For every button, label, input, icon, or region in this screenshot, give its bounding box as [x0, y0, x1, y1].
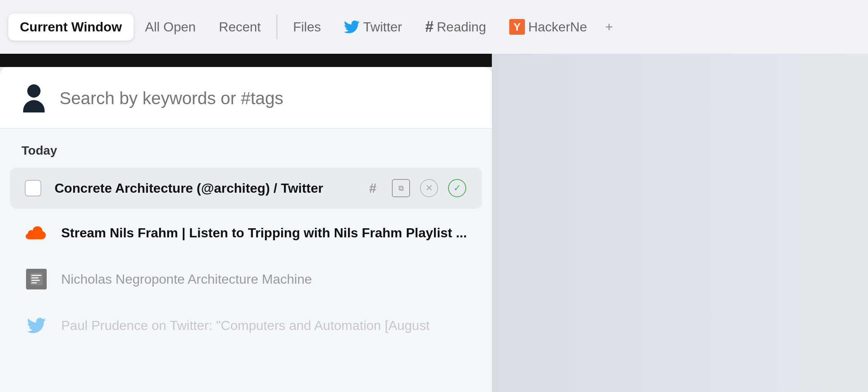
section-today-label: Today	[21, 143, 57, 157]
list-item[interactable]: Concrete Architecture (@architeg) / Twit…	[10, 167, 482, 209]
tab-reading-label: Reading	[437, 19, 486, 35]
soundcloud-icon	[26, 225, 47, 241]
search-input[interactable]	[60, 88, 472, 108]
left-panel: Today Concrete Architecture (@architeg) …	[0, 54, 492, 392]
copy-button[interactable]: ⧉	[391, 178, 411, 198]
copy-symbol: ⧉	[398, 184, 404, 193]
tab-current-window[interactable]: Current Window	[8, 14, 134, 41]
person-head	[27, 84, 41, 98]
main-content: Today Concrete Architecture (@architeg) …	[0, 67, 492, 392]
add-tab-button[interactable]: +	[599, 15, 620, 39]
tab-files-label: Files	[293, 19, 321, 35]
tab-twitter-label: Twitter	[363, 19, 402, 35]
twitter-icon	[344, 20, 360, 33]
tab-all-open[interactable]: All Open	[134, 14, 207, 41]
check-circle-icon: ✓	[448, 179, 466, 197]
tab-item-title: Paul Prudence on Twitter: "Computers and…	[61, 318, 467, 333]
copy-icon: ⧉	[392, 179, 410, 197]
tab-hackernews[interactable]: Y HackerNe	[498, 13, 599, 41]
tab-item-title: Nicholas Negroponte Architecture Machine	[61, 272, 467, 287]
tab-twitter[interactable]: Twitter	[332, 14, 413, 41]
hackernews-icon: Y	[509, 19, 525, 35]
list-item[interactable]: Paul Prudence on Twitter: "Computers and…	[10, 303, 482, 348]
hash-tag-icon: #	[369, 181, 377, 196]
tab-favicon-twitter	[25, 314, 48, 337]
tab-item-actions: # ⧉ ✕ ✓	[363, 178, 467, 198]
tab-item-title: Concrete Architecture (@architeg) / Twit…	[55, 181, 353, 196]
tag-button[interactable]: #	[363, 178, 383, 198]
close-button[interactable]: ✕	[419, 178, 439, 198]
person-body	[23, 100, 45, 112]
right-panel	[492, 54, 868, 392]
tab-favicon-wikipedia	[25, 268, 48, 291]
list-item[interactable]: Stream Nils Frahm | Listen to Tripping w…	[10, 210, 482, 255]
twitter-icon	[27, 318, 46, 333]
person-icon	[22, 84, 45, 112]
below-tab-bar: Today Concrete Architecture (@architeg) …	[0, 54, 868, 392]
tab-reading[interactable]: # Reading	[414, 12, 498, 41]
list-item[interactable]: Nicholas Negroponte Architecture Machine	[10, 257, 482, 301]
check-button[interactable]: ✓	[447, 178, 467, 198]
user-icon-container	[20, 84, 48, 112]
tab-recent[interactable]: Recent	[207, 14, 272, 41]
wikipedia-icon	[26, 269, 47, 289]
search-area	[0, 67, 492, 129]
tab-files[interactable]: Files	[281, 14, 333, 41]
tab-item-title: Stream Nils Frahm | Listen to Tripping w…	[61, 225, 467, 241]
section-today: Today	[0, 129, 492, 167]
tab-favicon-soundcloud	[25, 221, 48, 244]
tab-all-open-label: All Open	[145, 19, 196, 35]
tab-divider	[277, 14, 277, 39]
tab-hackernews-label: HackerNe	[528, 19, 587, 35]
tab-recent-label: Recent	[219, 19, 261, 35]
black-bar	[0, 54, 492, 67]
tab-bar: Current Window All Open Recent Files Twi…	[0, 0, 868, 54]
close-circle-icon: ✕	[420, 179, 438, 197]
svg-rect-0	[30, 273, 43, 285]
tabs-list: Concrete Architecture (@architeg) / Twit…	[0, 167, 492, 348]
tab-checkbox[interactable]	[25, 180, 41, 196]
hash-icon: #	[425, 18, 434, 36]
tab-current-window-label: Current Window	[20, 19, 122, 35]
